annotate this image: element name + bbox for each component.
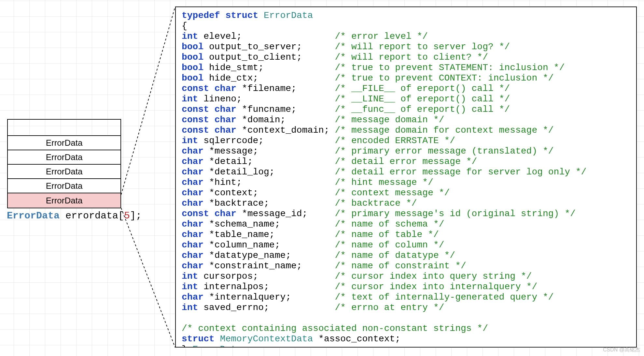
struct-definition-code: typedef struct ErrorData { int elevel; /… <box>175 7 637 348</box>
watermark: CSDN @高铭杰 <box>603 347 640 353</box>
decl-type: ErrorData <box>7 210 60 221</box>
stack-row: ErrorData <box>8 165 120 179</box>
decl-size: 5 <box>124 210 130 221</box>
decl-name: errordata <box>65 210 118 221</box>
stack-row: ErrorData <box>8 179 120 193</box>
stack-row: ErrorData <box>8 193 120 208</box>
stack-row: ErrorData <box>8 150 120 165</box>
stack-top-empty <box>8 120 120 136</box>
array-declaration: ErrorData errordata[5]; <box>7 210 142 221</box>
stack-row: ErrorData <box>8 136 120 150</box>
errordata-stack: ErrorDataErrorDataErrorDataErrorDataErro… <box>7 119 121 208</box>
